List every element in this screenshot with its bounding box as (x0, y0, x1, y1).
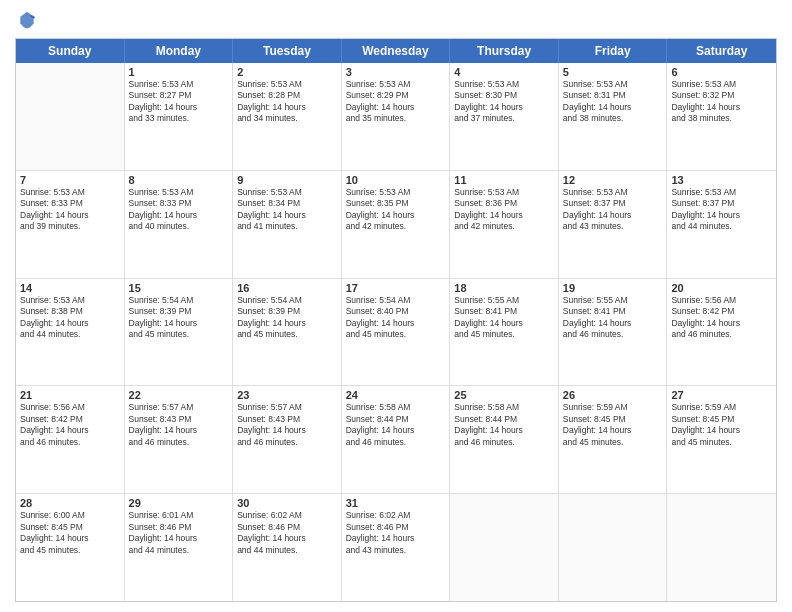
calendar-cell: 10Sunrise: 5:53 AM Sunset: 8:35 PM Dayli… (342, 171, 451, 278)
weekday-header-saturday: Saturday (667, 39, 776, 63)
calendar-cell: 25Sunrise: 5:58 AM Sunset: 8:44 PM Dayli… (450, 386, 559, 493)
logo-icon (17, 10, 37, 30)
day-info: Sunrise: 5:59 AM Sunset: 8:45 PM Dayligh… (671, 402, 772, 448)
day-info: Sunrise: 5:54 AM Sunset: 8:40 PM Dayligh… (346, 295, 446, 341)
day-number: 1 (129, 66, 229, 78)
calendar-cell: 21Sunrise: 5:56 AM Sunset: 8:42 PM Dayli… (16, 386, 125, 493)
calendar-cell: 26Sunrise: 5:59 AM Sunset: 8:45 PM Dayli… (559, 386, 668, 493)
day-info: Sunrise: 5:53 AM Sunset: 8:36 PM Dayligh… (454, 187, 554, 233)
day-number: 15 (129, 282, 229, 294)
day-info: Sunrise: 5:55 AM Sunset: 8:41 PM Dayligh… (454, 295, 554, 341)
day-number: 17 (346, 282, 446, 294)
calendar-cell: 23Sunrise: 5:57 AM Sunset: 8:43 PM Dayli… (233, 386, 342, 493)
day-number: 4 (454, 66, 554, 78)
weekday-header-monday: Monday (125, 39, 234, 63)
calendar-cell: 17Sunrise: 5:54 AM Sunset: 8:40 PM Dayli… (342, 279, 451, 386)
day-number: 7 (20, 174, 120, 186)
day-number: 9 (237, 174, 337, 186)
weekday-header-sunday: Sunday (16, 39, 125, 63)
calendar-cell: 16Sunrise: 5:54 AM Sunset: 8:39 PM Dayli… (233, 279, 342, 386)
day-info: Sunrise: 5:59 AM Sunset: 8:45 PM Dayligh… (563, 402, 663, 448)
day-info: Sunrise: 5:53 AM Sunset: 8:33 PM Dayligh… (129, 187, 229, 233)
day-number: 12 (563, 174, 663, 186)
day-info: Sunrise: 5:53 AM Sunset: 8:32 PM Dayligh… (671, 79, 772, 125)
calendar-cell: 1Sunrise: 5:53 AM Sunset: 8:27 PM Daylig… (125, 63, 234, 170)
calendar-header: SundayMondayTuesdayWednesdayThursdayFrid… (16, 39, 776, 63)
calendar-cell: 28Sunrise: 6:00 AM Sunset: 8:45 PM Dayli… (16, 494, 125, 601)
calendar-cell: 24Sunrise: 5:58 AM Sunset: 8:44 PM Dayli… (342, 386, 451, 493)
calendar-row-0: 1Sunrise: 5:53 AM Sunset: 8:27 PM Daylig… (16, 63, 776, 170)
day-info: Sunrise: 5:53 AM Sunset: 8:34 PM Dayligh… (237, 187, 337, 233)
day-number: 28 (20, 497, 120, 509)
day-number: 14 (20, 282, 120, 294)
day-info: Sunrise: 5:53 AM Sunset: 8:38 PM Dayligh… (20, 295, 120, 341)
day-info: Sunrise: 5:56 AM Sunset: 8:42 PM Dayligh… (671, 295, 772, 341)
day-info: Sunrise: 6:01 AM Sunset: 8:46 PM Dayligh… (129, 510, 229, 556)
day-number: 5 (563, 66, 663, 78)
day-number: 16 (237, 282, 337, 294)
day-info: Sunrise: 5:54 AM Sunset: 8:39 PM Dayligh… (129, 295, 229, 341)
day-info: Sunrise: 5:58 AM Sunset: 8:44 PM Dayligh… (454, 402, 554, 448)
calendar-cell: 13Sunrise: 5:53 AM Sunset: 8:37 PM Dayli… (667, 171, 776, 278)
day-info: Sunrise: 5:53 AM Sunset: 8:37 PM Dayligh… (563, 187, 663, 233)
day-number: 19 (563, 282, 663, 294)
calendar-cell (16, 63, 125, 170)
calendar-cell (559, 494, 668, 601)
calendar-cell: 7Sunrise: 5:53 AM Sunset: 8:33 PM Daylig… (16, 171, 125, 278)
calendar-row-1: 7Sunrise: 5:53 AM Sunset: 8:33 PM Daylig… (16, 170, 776, 278)
calendar-cell: 2Sunrise: 5:53 AM Sunset: 8:28 PM Daylig… (233, 63, 342, 170)
day-number: 2 (237, 66, 337, 78)
day-info: Sunrise: 5:58 AM Sunset: 8:44 PM Dayligh… (346, 402, 446, 448)
calendar-cell: 15Sunrise: 5:54 AM Sunset: 8:39 PM Dayli… (125, 279, 234, 386)
day-number: 22 (129, 389, 229, 401)
calendar-cell: 3Sunrise: 5:53 AM Sunset: 8:29 PM Daylig… (342, 63, 451, 170)
calendar-cell: 29Sunrise: 6:01 AM Sunset: 8:46 PM Dayli… (125, 494, 234, 601)
calendar-cell: 30Sunrise: 6:02 AM Sunset: 8:46 PM Dayli… (233, 494, 342, 601)
day-info: Sunrise: 5:54 AM Sunset: 8:39 PM Dayligh… (237, 295, 337, 341)
day-info: Sunrise: 5:53 AM Sunset: 8:37 PM Dayligh… (671, 187, 772, 233)
day-number: 25 (454, 389, 554, 401)
day-info: Sunrise: 5:53 AM Sunset: 8:35 PM Dayligh… (346, 187, 446, 233)
day-number: 27 (671, 389, 772, 401)
calendar-cell: 4Sunrise: 5:53 AM Sunset: 8:30 PM Daylig… (450, 63, 559, 170)
calendar-cell: 22Sunrise: 5:57 AM Sunset: 8:43 PM Dayli… (125, 386, 234, 493)
calendar-cell: 27Sunrise: 5:59 AM Sunset: 8:45 PM Dayli… (667, 386, 776, 493)
day-number: 20 (671, 282, 772, 294)
calendar-row-2: 14Sunrise: 5:53 AM Sunset: 8:38 PM Dayli… (16, 278, 776, 386)
calendar-body: 1Sunrise: 5:53 AM Sunset: 8:27 PM Daylig… (16, 63, 776, 601)
day-number: 6 (671, 66, 772, 78)
calendar-cell: 8Sunrise: 5:53 AM Sunset: 8:33 PM Daylig… (125, 171, 234, 278)
weekday-header-tuesday: Tuesday (233, 39, 342, 63)
calendar-cell (667, 494, 776, 601)
day-info: Sunrise: 5:57 AM Sunset: 8:43 PM Dayligh… (237, 402, 337, 448)
day-number: 29 (129, 497, 229, 509)
day-info: Sunrise: 6:02 AM Sunset: 8:46 PM Dayligh… (237, 510, 337, 556)
day-info: Sunrise: 5:53 AM Sunset: 8:28 PM Dayligh… (237, 79, 337, 125)
day-info: Sunrise: 5:53 AM Sunset: 8:27 PM Dayligh… (129, 79, 229, 125)
day-number: 18 (454, 282, 554, 294)
day-number: 26 (563, 389, 663, 401)
calendar-cell: 12Sunrise: 5:53 AM Sunset: 8:37 PM Dayli… (559, 171, 668, 278)
page-header (15, 10, 777, 30)
logo (15, 10, 39, 30)
calendar-cell: 6Sunrise: 5:53 AM Sunset: 8:32 PM Daylig… (667, 63, 776, 170)
day-info: Sunrise: 5:57 AM Sunset: 8:43 PM Dayligh… (129, 402, 229, 448)
weekday-header-friday: Friday (559, 39, 668, 63)
weekday-header-thursday: Thursday (450, 39, 559, 63)
day-number: 11 (454, 174, 554, 186)
day-info: Sunrise: 5:56 AM Sunset: 8:42 PM Dayligh… (20, 402, 120, 448)
day-info: Sunrise: 5:53 AM Sunset: 8:31 PM Dayligh… (563, 79, 663, 125)
day-info: Sunrise: 6:02 AM Sunset: 8:46 PM Dayligh… (346, 510, 446, 556)
calendar-cell: 19Sunrise: 5:55 AM Sunset: 8:41 PM Dayli… (559, 279, 668, 386)
day-info: Sunrise: 6:00 AM Sunset: 8:45 PM Dayligh… (20, 510, 120, 556)
weekday-header-wednesday: Wednesday (342, 39, 451, 63)
calendar-cell: 14Sunrise: 5:53 AM Sunset: 8:38 PM Dayli… (16, 279, 125, 386)
day-number: 23 (237, 389, 337, 401)
calendar-row-4: 28Sunrise: 6:00 AM Sunset: 8:45 PM Dayli… (16, 493, 776, 601)
day-number: 13 (671, 174, 772, 186)
calendar-cell: 31Sunrise: 6:02 AM Sunset: 8:46 PM Dayli… (342, 494, 451, 601)
day-info: Sunrise: 5:53 AM Sunset: 8:30 PM Dayligh… (454, 79, 554, 125)
day-number: 24 (346, 389, 446, 401)
day-number: 10 (346, 174, 446, 186)
day-number: 8 (129, 174, 229, 186)
